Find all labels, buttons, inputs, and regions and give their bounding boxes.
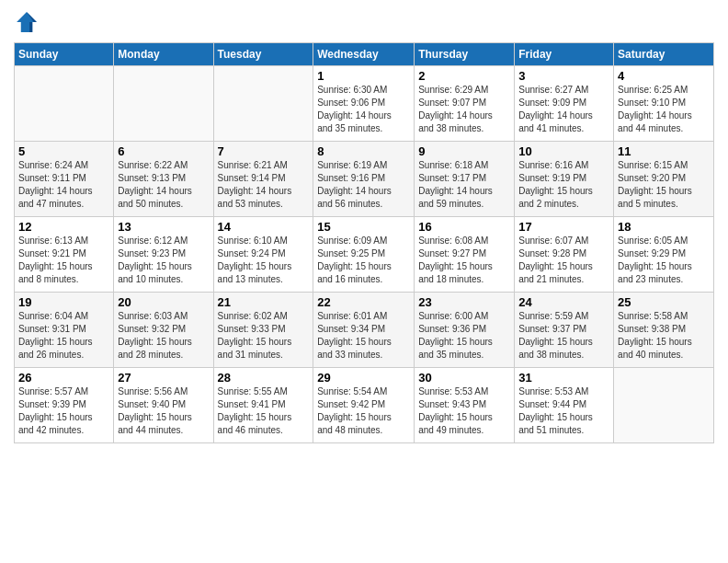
col-header-monday: Monday [114, 43, 213, 66]
logo-icon [14, 9, 40, 35]
day-info: Sunrise: 5:53 AM Sunset: 9:44 PM Dayligh… [518, 385, 609, 437]
calendar-cell: 28Sunrise: 5:55 AM Sunset: 9:41 PM Dayli… [213, 368, 313, 443]
calendar-cell: 25Sunrise: 5:58 AM Sunset: 9:38 PM Dayli… [614, 293, 714, 368]
day-number: 25 [618, 295, 710, 309]
calendar: SundayMondayTuesdayWednesdayThursdayFrid… [14, 42, 714, 443]
day-info: Sunrise: 5:59 AM Sunset: 9:37 PM Dayligh… [518, 310, 609, 362]
day-info: Sunrise: 6:21 AM Sunset: 9:14 PM Dayligh… [218, 159, 310, 211]
day-info: Sunrise: 6:09 AM Sunset: 9:25 PM Dayligh… [317, 235, 410, 286]
calendar-cell: 31Sunrise: 5:53 AM Sunset: 9:44 PM Dayli… [515, 368, 614, 443]
day-info: Sunrise: 6:30 AM Sunset: 9:06 PM Dayligh… [317, 84, 410, 135]
day-number: 11 [618, 144, 710, 158]
calendar-cell: 4Sunrise: 6:25 AM Sunset: 9:10 PM Daylig… [614, 66, 714, 142]
day-number: 30 [418, 371, 510, 385]
day-info: Sunrise: 6:00 AM Sunset: 9:36 PM Dayligh… [418, 310, 510, 362]
svg-marker-0 [17, 12, 37, 32]
day-number: 2 [418, 69, 510, 83]
calendar-cell: 14Sunrise: 6:10 AM Sunset: 9:24 PM Dayli… [213, 217, 313, 293]
day-number: 15 [317, 220, 410, 234]
day-info: Sunrise: 6:07 AM Sunset: 9:28 PM Dayligh… [518, 235, 609, 286]
day-number: 29 [317, 371, 410, 385]
page: SundayMondayTuesdayWednesdayThursdayFrid… [0, 0, 728, 453]
day-number: 16 [418, 220, 510, 234]
calendar-cell: 15Sunrise: 6:09 AM Sunset: 9:25 PM Dayli… [313, 217, 415, 293]
day-number: 14 [218, 220, 310, 234]
day-info: Sunrise: 6:12 AM Sunset: 9:23 PM Dayligh… [118, 235, 209, 286]
day-number: 7 [218, 144, 310, 158]
col-header-wednesday: Wednesday [313, 43, 415, 66]
calendar-cell: 26Sunrise: 5:57 AM Sunset: 9:39 PM Dayli… [15, 368, 114, 443]
day-info: Sunrise: 6:02 AM Sunset: 9:33 PM Dayligh… [218, 310, 310, 362]
calendar-body: 1Sunrise: 6:30 AM Sunset: 9:06 PM Daylig… [15, 66, 714, 443]
calendar-cell: 16Sunrise: 6:08 AM Sunset: 9:27 PM Dayli… [415, 217, 515, 293]
calendar-cell: 12Sunrise: 6:13 AM Sunset: 9:21 PM Dayli… [15, 217, 114, 293]
calendar-cell: 24Sunrise: 5:59 AM Sunset: 9:37 PM Dayli… [515, 293, 614, 368]
col-header-saturday: Saturday [614, 43, 714, 66]
day-number: 31 [518, 371, 609, 385]
day-info: Sunrise: 6:10 AM Sunset: 9:24 PM Dayligh… [218, 235, 310, 286]
day-info: Sunrise: 6:29 AM Sunset: 9:07 PM Dayligh… [418, 84, 510, 135]
calendar-cell: 1Sunrise: 6:30 AM Sunset: 9:06 PM Daylig… [313, 66, 415, 142]
col-header-sunday: Sunday [15, 43, 114, 66]
calendar-cell: 22Sunrise: 6:01 AM Sunset: 9:34 PM Dayli… [313, 293, 415, 368]
day-info: Sunrise: 5:58 AM Sunset: 9:38 PM Dayligh… [618, 310, 710, 362]
day-info: Sunrise: 6:25 AM Sunset: 9:10 PM Dayligh… [618, 84, 710, 135]
calendar-cell: 17Sunrise: 6:07 AM Sunset: 9:28 PM Dayli… [515, 217, 614, 293]
day-info: Sunrise: 6:13 AM Sunset: 9:21 PM Dayligh… [18, 235, 109, 286]
day-number: 24 [518, 295, 609, 309]
col-header-tuesday: Tuesday [213, 43, 313, 66]
day-number: 9 [418, 144, 510, 158]
day-info: Sunrise: 6:04 AM Sunset: 9:31 PM Dayligh… [18, 310, 109, 362]
day-number: 3 [518, 69, 609, 83]
day-number: 8 [317, 144, 410, 158]
week-row-2: 5Sunrise: 6:24 AM Sunset: 9:11 PM Daylig… [15, 142, 714, 217]
calendar-cell: 19Sunrise: 6:04 AM Sunset: 9:31 PM Dayli… [15, 293, 114, 368]
day-number: 10 [518, 144, 609, 158]
col-header-thursday: Thursday [415, 43, 515, 66]
day-info: Sunrise: 6:18 AM Sunset: 9:17 PM Dayligh… [418, 159, 510, 211]
day-info: Sunrise: 5:55 AM Sunset: 9:41 PM Dayligh… [218, 385, 310, 437]
calendar-cell: 9Sunrise: 6:18 AM Sunset: 9:17 PM Daylig… [415, 142, 515, 217]
calendar-cell: 3Sunrise: 6:27 AM Sunset: 9:09 PM Daylig… [515, 66, 614, 142]
day-info: Sunrise: 6:24 AM Sunset: 9:11 PM Dayligh… [18, 159, 109, 211]
day-info: Sunrise: 6:08 AM Sunset: 9:27 PM Dayligh… [418, 235, 510, 286]
week-row-3: 12Sunrise: 6:13 AM Sunset: 9:21 PM Dayli… [15, 217, 714, 293]
day-number: 12 [18, 220, 109, 234]
day-number: 27 [118, 371, 209, 385]
calendar-cell: 23Sunrise: 6:00 AM Sunset: 9:36 PM Dayli… [415, 293, 515, 368]
day-number: 13 [118, 220, 209, 234]
day-info: Sunrise: 5:57 AM Sunset: 9:39 PM Dayligh… [18, 385, 109, 437]
day-info: Sunrise: 5:54 AM Sunset: 9:42 PM Dayligh… [317, 385, 410, 437]
day-number: 26 [18, 371, 109, 385]
week-row-5: 26Sunrise: 5:57 AM Sunset: 9:39 PM Dayli… [15, 368, 714, 443]
day-number: 19 [18, 295, 109, 309]
calendar-cell: 11Sunrise: 6:15 AM Sunset: 9:20 PM Dayli… [614, 142, 714, 217]
calendar-cell: 8Sunrise: 6:19 AM Sunset: 9:16 PM Daylig… [313, 142, 415, 217]
logo [14, 9, 43, 35]
day-info: Sunrise: 6:19 AM Sunset: 9:16 PM Dayligh… [317, 159, 410, 211]
calendar-cell [614, 368, 714, 443]
calendar-cell [114, 66, 213, 142]
day-number: 21 [218, 295, 310, 309]
calendar-cell [15, 66, 114, 142]
day-info: Sunrise: 6:15 AM Sunset: 9:20 PM Dayligh… [618, 159, 710, 211]
day-number: 1 [317, 69, 410, 83]
calendar-cell: 30Sunrise: 5:53 AM Sunset: 9:43 PM Dayli… [415, 368, 515, 443]
day-number: 22 [317, 295, 410, 309]
calendar-cell: 5Sunrise: 6:24 AM Sunset: 9:11 PM Daylig… [15, 142, 114, 217]
header [14, 9, 714, 35]
day-info: Sunrise: 6:03 AM Sunset: 9:32 PM Dayligh… [118, 310, 209, 362]
day-info: Sunrise: 6:01 AM Sunset: 9:34 PM Dayligh… [317, 310, 410, 362]
day-number: 5 [18, 144, 109, 158]
calendar-cell: 21Sunrise: 6:02 AM Sunset: 9:33 PM Dayli… [213, 293, 313, 368]
calendar-cell: 10Sunrise: 6:16 AM Sunset: 9:19 PM Dayli… [515, 142, 614, 217]
calendar-cell: 20Sunrise: 6:03 AM Sunset: 9:32 PM Dayli… [114, 293, 213, 368]
day-number: 18 [618, 220, 710, 234]
calendar-cell: 6Sunrise: 6:22 AM Sunset: 9:13 PM Daylig… [114, 142, 213, 217]
day-info: Sunrise: 5:56 AM Sunset: 9:40 PM Dayligh… [118, 385, 209, 437]
week-row-1: 1Sunrise: 6:30 AM Sunset: 9:06 PM Daylig… [15, 66, 714, 142]
day-info: Sunrise: 6:22 AM Sunset: 9:13 PM Dayligh… [118, 159, 209, 211]
day-number: 6 [118, 144, 209, 158]
week-row-4: 19Sunrise: 6:04 AM Sunset: 9:31 PM Dayli… [15, 293, 714, 368]
calendar-cell: 7Sunrise: 6:21 AM Sunset: 9:14 PM Daylig… [213, 142, 313, 217]
